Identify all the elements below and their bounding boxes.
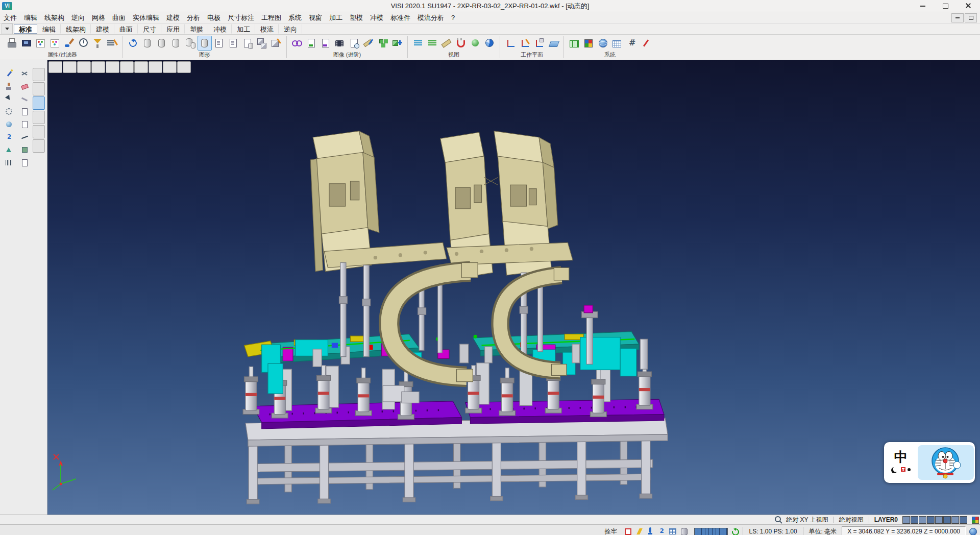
layer-color-swatch[interactable] [927, 516, 935, 524]
shaded-view-icon[interactable] [140, 36, 155, 51]
wireframe-cube-icon[interactable] [63, 61, 77, 73]
two-point-icon[interactable] [4, 132, 14, 142]
toolbar-tab[interactable]: 标准 [14, 24, 37, 34]
shading-mode-selected-icon[interactable] [198, 36, 212, 51]
move-arrow-icon[interactable] [4, 94, 14, 104]
multi-view-icon[interactable] [376, 36, 390, 51]
menu-item[interactable]: 电极 [204, 12, 224, 23]
workplane-on-solid-icon[interactable] [532, 36, 546, 51]
menu-item[interactable]: 曲面 [109, 12, 129, 23]
dynamic-pan-icon[interactable] [425, 36, 439, 51]
line-icon[interactable] [20, 132, 30, 142]
toolbar-tab[interactable]: 模流 [255, 24, 279, 34]
document-icon[interactable] [20, 158, 30, 168]
menu-item[interactable]: 加工 [326, 12, 346, 23]
toolbar-tab[interactable]: 线架构 [61, 24, 91, 34]
wireframe-view-icon[interactable] [169, 36, 183, 51]
cube-top-view-icon[interactable] [77, 61, 91, 73]
clipboard-icon[interactable] [33, 96, 45, 110]
snap-lock-label[interactable]: 拴牢 [604, 527, 617, 535]
layer-color-swatch[interactable] [943, 516, 951, 524]
toolbar-tab[interactable]: 应用 [161, 24, 185, 34]
cube-front-view-icon[interactable] [91, 61, 105, 73]
view-menu-icon[interactable] [48, 61, 62, 73]
dynamic-rotation-icon[interactable] [411, 36, 425, 51]
magnet-snap-icon[interactable] [454, 36, 468, 51]
red-pen-icon[interactable] [639, 36, 653, 51]
image-import-icon[interactable] [318, 36, 333, 51]
layer-color-swatch[interactable] [935, 516, 943, 524]
animation-icon[interactable] [333, 36, 347, 51]
refresh-icon[interactable] [730, 526, 740, 535]
menu-item[interactable]: ? [448, 12, 458, 23]
history-icon[interactable] [77, 36, 91, 51]
menu-item[interactable]: 系统 [285, 12, 305, 23]
toolbar-tab[interactable]: 编辑 [37, 24, 61, 34]
toolbar-tab[interactable]: 冲模 [208, 24, 232, 34]
scissors-icon[interactable] [20, 68, 30, 79]
menu-item[interactable]: 逆向 [68, 12, 88, 23]
redraw-icon[interactable] [126, 36, 140, 51]
eraser-icon[interactable] [20, 81, 30, 91]
color-filter-icon[interactable] [34, 36, 48, 51]
selection-box-icon[interactable] [623, 526, 633, 535]
maximize-button[interactable] [934, 0, 957, 12]
menu-item[interactable]: 模流分析 [414, 12, 448, 23]
color-palette-icon[interactable] [581, 36, 596, 51]
stereo-glasses-icon[interactable] [290, 36, 304, 51]
barcode-icon[interactable] [4, 158, 14, 168]
menu-item[interactable]: 建模 [163, 12, 183, 23]
menu-item[interactable]: 尺寸标注 [224, 12, 258, 23]
hidden-line-view-icon[interactable] [155, 36, 169, 51]
multi-solid-icon[interactable] [183, 36, 198, 51]
menu-item[interactable]: 视窗 [305, 12, 326, 23]
toolbar-tab[interactable]: 塑膜 [185, 24, 208, 34]
clipboard-icon[interactable] [33, 68, 45, 81]
cube-colored-view-icon[interactable] [163, 61, 177, 73]
view-mode[interactable]: 绝对 XY 上视图 [786, 516, 828, 524]
view-sphere-icon[interactable] [482, 36, 497, 51]
new-sheet-icon[interactable] [226, 36, 240, 51]
add-view-icon[interactable] [390, 36, 404, 51]
toolbar-dropdown-button[interactable] [2, 23, 13, 34]
clipboard-icon[interactable] [33, 125, 45, 138]
menu-item[interactable]: 塑模 [346, 12, 366, 23]
menu-item[interactable]: 编辑 [20, 12, 41, 23]
menu-item[interactable]: 线架构 [41, 12, 68, 23]
attribute-filter-icon[interactable] [48, 36, 62, 51]
filter-funnel-icon[interactable] [91, 36, 105, 51]
clipboard-icon[interactable] [33, 82, 45, 95]
layer-color-swatch[interactable] [919, 516, 926, 524]
layer-color-swatch[interactable] [960, 516, 967, 524]
cube-left-view-icon[interactable] [120, 61, 134, 73]
hash-grid-icon[interactable] [624, 36, 639, 51]
mdi-minimize-button[interactable] [951, 13, 964, 22]
system-globe-icon[interactable] [596, 36, 610, 51]
toolbar-tab[interactable]: 逆向 [279, 24, 302, 34]
page-icon[interactable] [20, 119, 30, 130]
print-icon[interactable] [5, 36, 19, 51]
toolbar-tab[interactable]: 加工 [232, 24, 255, 34]
sheet-icon[interactable] [20, 107, 30, 117]
menu-item[interactable]: 分析 [183, 12, 204, 23]
assembly-boxes-icon[interactable] [255, 36, 269, 51]
world-icon[interactable] [968, 526, 978, 535]
stamp-icon[interactable] [4, 81, 14, 91]
minimize-button[interactable] [911, 0, 934, 12]
drawing-sheet-icon[interactable] [212, 36, 226, 51]
color-palette-icon[interactable] [970, 515, 980, 525]
mdi-restore-button[interactable] [965, 13, 977, 22]
menu-item[interactable]: 网格 [88, 12, 109, 23]
profile-icon[interactable] [4, 145, 14, 155]
knife-icon[interactable] [20, 94, 30, 104]
database-icon[interactable] [679, 526, 689, 535]
edit-workplane-icon[interactable] [518, 36, 532, 51]
edit-solid-icon[interactable] [269, 36, 283, 51]
display-filter-icon[interactable] [19, 36, 34, 51]
cube-bottom-view-icon[interactable] [149, 61, 162, 73]
paint-attribute-icon[interactable] [62, 36, 77, 51]
zoom-icon[interactable] [773, 515, 783, 525]
measure-icon[interactable] [439, 36, 454, 51]
cube-iso-view-icon[interactable] [177, 61, 191, 73]
clipboard-icon[interactable] [33, 111, 45, 124]
